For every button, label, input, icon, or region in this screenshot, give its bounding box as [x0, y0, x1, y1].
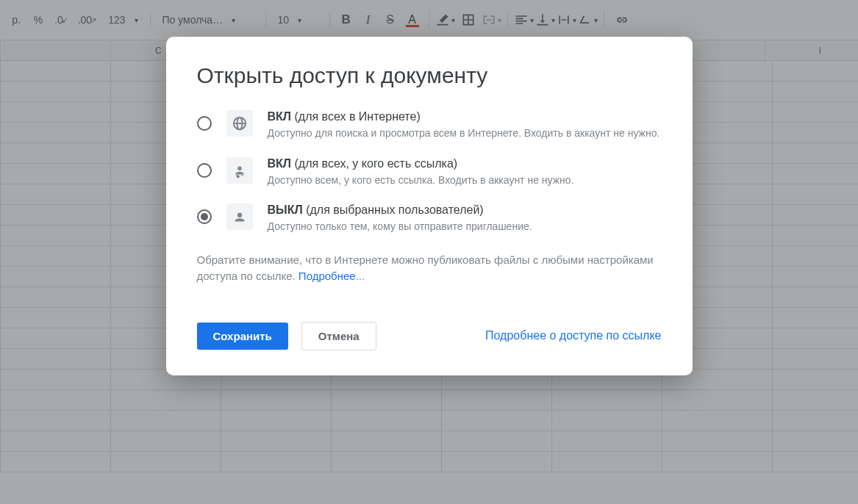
radio-button[interactable]: [197, 163, 212, 178]
radio-button[interactable]: [197, 116, 212, 131]
learn-more-link[interactable]: Подробнее: [298, 270, 356, 282]
save-button[interactable]: Сохранить: [197, 323, 288, 350]
dialog-footer: Сохранить Отмена Подробнее о доступе по …: [197, 322, 662, 350]
option-title: ВКЛ (для всех в Интернете): [268, 110, 662, 123]
person-link-icon: [226, 157, 253, 184]
globe-icon: [226, 110, 253, 137]
option-title: ВЫКЛ (для выбранных пользователей): [268, 204, 662, 217]
dialog-title: Открыть доступ к документу: [197, 63, 662, 88]
option-specific-users[interactable]: ВЫКЛ (для выбранных пользователей) Досту…: [197, 204, 662, 234]
cancel-button[interactable]: Отмена: [301, 322, 376, 350]
radio-button[interactable]: [197, 209, 212, 224]
radio-selected-dot: [201, 213, 208, 220]
share-dialog: Открыть доступ к документу ВКЛ (для всех…: [166, 37, 693, 375]
option-description: Доступно всем, у кого есть ссылка. Входи…: [268, 173, 662, 188]
option-description: Доступно для поиска и просмотра всем в И…: [268, 126, 662, 141]
option-title: ВКЛ (для всех, у кого есть ссылка): [268, 157, 662, 170]
option-description: Доступно только тем, кому вы отправите п…: [268, 220, 662, 234]
option-public-internet[interactable]: ВКЛ (для всех в Интернете) Доступно для …: [197, 110, 662, 141]
notice-text: Обратите внимание, что в Интернете можно…: [197, 252, 662, 285]
person-icon: [226, 204, 253, 230]
option-anyone-with-link[interactable]: ВКЛ (для всех, у кого есть ссылка) Досту…: [197, 157, 662, 188]
more-about-link-sharing[interactable]: Подробнее о доступе по ссылке: [485, 329, 661, 342]
